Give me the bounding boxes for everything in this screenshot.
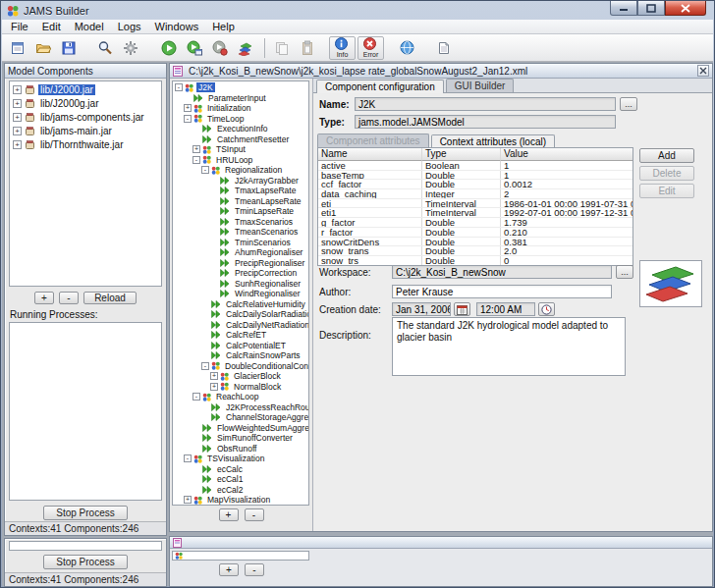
new-model-button[interactable] [7, 36, 30, 60]
attribute-row[interactable]: etiTimeInterval1986-01-01 00:00 1991-07-… [318, 199, 632, 209]
model-tree[interactable]: -J2KParameterInput+Initialization-TimeLo… [172, 80, 309, 506]
model-tree-item[interactable]: +MapVisualization [173, 495, 308, 506]
expand-handle[interactable]: + [192, 145, 200, 153]
model-explorer-button[interactable] [235, 36, 258, 60]
expand-handle[interactable]: + [13, 85, 22, 94]
copy-button[interactable] [271, 36, 295, 60]
running-processes-list[interactable] [9, 322, 162, 501]
remove-component-button-2[interactable]: - [245, 563, 264, 576]
model-tree-item[interactable]: ecCal1 [173, 474, 308, 485]
expand-handle[interactable]: + [13, 140, 22, 149]
delete-attribute-button[interactable]: Delete [639, 166, 694, 181]
remove-library-button[interactable]: - [59, 292, 79, 304]
model-tree-item[interactable]: CalcRelativeHumidity [173, 299, 308, 310]
open-model-button[interactable] [32, 36, 56, 60]
clock-button[interactable] [538, 302, 555, 316]
description-field[interactable]: The standard J2K hydrological model adap… [392, 317, 626, 376]
license-button[interactable] [433, 36, 457, 60]
tab-component-attributes[interactable]: Component attributes [317, 134, 429, 147]
attribute-row[interactable]: snowCritDensDouble0.381 [318, 238, 632, 247]
tab-component-configuration[interactable]: Component configuration [316, 80, 444, 93]
tab-context-attributes[interactable]: Context attributes (local) [431, 134, 555, 148]
library-item[interactable]: +lib/jams-main.jar [10, 124, 161, 137]
library-item[interactable]: +lib/Thornthwaite.jar [10, 137, 161, 151]
collapse-handle[interactable]: - [192, 393, 200, 401]
column-header[interactable]: Value [501, 148, 632, 161]
model-tree-item[interactable]: -J2K [173, 82, 308, 93]
attribute-row[interactable]: r_factorDouble0.210 [318, 228, 632, 238]
model-tree-item[interactable]: ParameterInput [173, 93, 308, 104]
running-processes-list-2[interactable] [9, 541, 162, 551]
paste-button[interactable] [297, 36, 320, 60]
model-tree-item[interactable]: +Initialization [173, 103, 308, 114]
collapse-handle[interactable]: - [192, 156, 200, 164]
name-field[interactable]: J2K [355, 97, 616, 111]
name-browse-button[interactable]: ... [620, 97, 637, 111]
add-component-button[interactable]: + [219, 508, 239, 521]
author-field[interactable]: Peter Krause [392, 285, 612, 298]
model-tree-item[interactable]: PrecipRegionaliser [173, 258, 308, 269]
model-components-tree[interactable]: +lib/J2000.jar+lib/J2000g.jar+lib/jams-c… [9, 80, 162, 287]
attribute-row[interactable]: baseTempDouble1 [318, 171, 632, 181]
expand-handle[interactable]: + [184, 496, 192, 504]
model-tree-item[interactable]: AhumRegionaliser [173, 247, 308, 258]
expand-handle[interactable]: + [184, 104, 192, 112]
model-tree-item[interactable]: -TSVisualization [173, 454, 308, 464]
run-model-button[interactable] [158, 36, 182, 60]
model-tree-item[interactable]: CalcDailyNetRadiation [173, 320, 308, 331]
add-attribute-button[interactable]: Add [639, 148, 694, 163]
model-tree-item[interactable]: -HRULoop [173, 155, 308, 166]
model-tree-item[interactable]: ExecutionInfo [173, 124, 308, 134]
model-tree-item[interactable]: SunhRegionaliser [173, 279, 308, 290]
model-tree-item[interactable]: TminLapseRate [173, 206, 308, 217]
error-log-button[interactable]: Error [358, 36, 384, 60]
add-component-button-2[interactable]: + [219, 563, 239, 576]
document-titlebar-2[interactable] [170, 537, 712, 549]
menu-file[interactable]: File [4, 20, 35, 34]
minimize-button[interactable] [610, 1, 637, 16]
attribute-row[interactable]: snow_transDouble2.0 [318, 246, 632, 256]
reload-button[interactable]: Reload [83, 292, 137, 304]
menu-edit[interactable]: Edit [35, 20, 68, 34]
model-tree-item[interactable]: TmeanLapseRate [173, 196, 308, 207]
column-header[interactable]: Type [422, 148, 501, 161]
model-tree-2[interactable] [172, 551, 309, 561]
model-tree-item[interactable]: CatchmentResetter [173, 134, 308, 145]
edit-attribute-button[interactable]: Edit [639, 184, 694, 198]
preferences-button[interactable] [120, 36, 143, 60]
model-tree-item[interactable]: ChannelStorageAggregator [173, 412, 308, 423]
model-tree-item[interactable]: WindRegionaliser [173, 289, 308, 299]
model-tree-item[interactable]: -DoubleConditionalContext1 [173, 361, 308, 372]
model-tree-item[interactable]: -Regionalization [173, 165, 308, 176]
add-library-button[interactable]: + [34, 292, 54, 304]
attribute-row[interactable]: activeBoolean1 [318, 161, 632, 171]
save-model-button[interactable] [58, 36, 82, 60]
model-tree-item[interactable]: J2kArrayGrabber [173, 176, 308, 187]
model-tree-item[interactable]: PrecipCorrection [173, 268, 308, 279]
expand-handle[interactable]: + [210, 372, 218, 380]
model-tree-item[interactable]: +GlacierBlock [173, 371, 308, 382]
model-tree-item[interactable]: CalcDailySolarRadiation [173, 309, 308, 320]
attributes-table[interactable]: NameTypeValue activeBoolean1baseTempDoub… [317, 147, 633, 266]
calendar-button[interactable] [454, 302, 470, 316]
attribute-row[interactable]: g_factorDouble1.739 [318, 218, 632, 228]
creation-date-field[interactable]: Jan 31, 2006 [392, 302, 451, 316]
stop-process-button-2[interactable]: Stop Process [43, 555, 128, 569]
search-button[interactable] [94, 36, 118, 60]
collapse-handle[interactable]: - [184, 115, 192, 123]
model-tree-item[interactable]: -ReachLoop [173, 392, 308, 402]
stop-process-button[interactable]: Stop Process [43, 506, 128, 520]
column-header[interactable]: Name [318, 148, 422, 161]
library-item[interactable]: +lib/J2000g.jar [10, 96, 161, 110]
attribute-row[interactable]: data_cachingInteger2 [318, 189, 632, 199]
menu-windows[interactable]: Windows [148, 20, 206, 34]
tab-gui-builder[interactable]: GUI Builder [446, 79, 515, 92]
close-document-button[interactable] [697, 65, 709, 77]
menu-model[interactable]: Model [68, 20, 111, 34]
model-tree-item[interactable]: CalcRefET [173, 330, 308, 341]
model-tree-item[interactable]: ecCal2 [173, 485, 308, 496]
library-item[interactable]: +lib/J2000.jar [10, 82, 161, 96]
model-tree-item[interactable]: -TimeLoop [173, 114, 308, 125]
model-tree-item[interactable]: CalcRainSnowParts [173, 350, 308, 361]
model-tree-item[interactable]: TminScenarios [173, 238, 308, 248]
